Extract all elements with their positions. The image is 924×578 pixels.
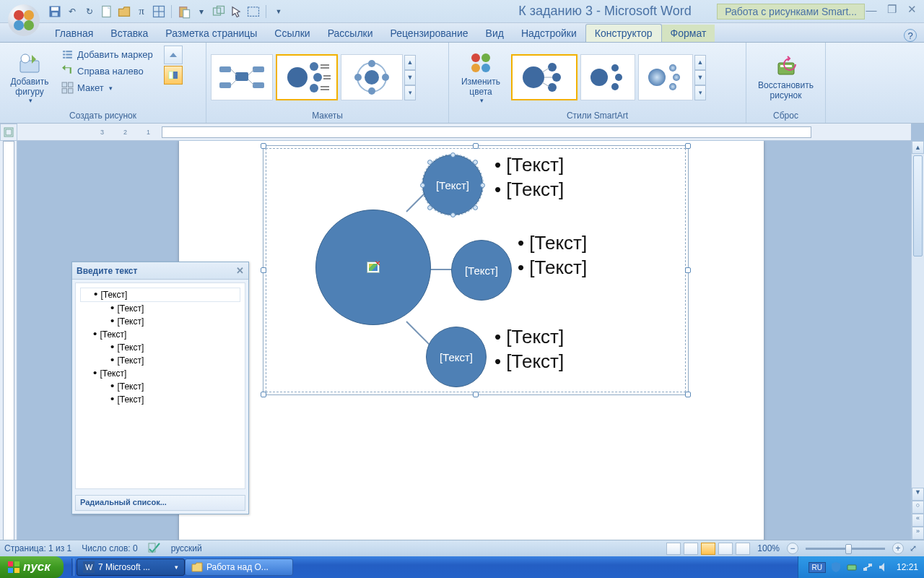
tray-volume-icon[interactable] xyxy=(878,561,889,573)
zoom-level[interactable]: 100% xyxy=(757,543,780,553)
taskbar-item-word[interactable]: W7 Microsoft ...▾ xyxy=(77,558,185,576)
zoom-slider-thumb[interactable] xyxy=(845,544,852,554)
rtl-button[interactable]: Справа налево xyxy=(58,64,157,79)
qat-group-icon[interactable] xyxy=(212,4,226,19)
text-pane-item[interactable]: [Текст] xyxy=(80,341,240,354)
text-pane-item[interactable]: [Текст] xyxy=(80,328,240,341)
tray-clock[interactable]: 12:21 xyxy=(897,562,918,572)
diagram-center-node[interactable] xyxy=(315,210,431,325)
zoom-out-button[interactable]: − xyxy=(787,543,798,554)
promote-button[interactable] xyxy=(164,46,183,64)
tab-view[interactable]: Вид xyxy=(477,25,513,42)
text-pane-item[interactable]: [Текст] xyxy=(80,380,240,393)
scroll-down-button[interactable]: ▼ xyxy=(912,488,924,501)
vertical-scrollbar[interactable]: ▲ ▼ ○ « » xyxy=(911,141,924,540)
qat-redo-icon[interactable]: ↻ xyxy=(82,4,97,19)
qat-select-icon[interactable] xyxy=(229,4,243,19)
qat-select-objects-icon[interactable] xyxy=(246,4,261,19)
tray-language[interactable]: RU xyxy=(808,562,826,573)
qat-table-icon[interactable] xyxy=(152,4,166,19)
diagram-node-2[interactable]: [Текст] xyxy=(451,240,512,301)
diagram-node-3[interactable]: [Текст] xyxy=(426,327,487,387)
change-colors-button[interactable]: Изменить цвета▾ xyxy=(453,46,508,109)
layout-option-3[interactable] xyxy=(341,54,403,100)
status-page[interactable]: Страница: 1 из 1 xyxy=(4,543,71,553)
qat-equation-icon[interactable]: π xyxy=(134,4,149,19)
view-full-screen[interactable] xyxy=(684,543,698,555)
view-outline[interactable] xyxy=(718,543,733,555)
qat-open-icon[interactable] xyxy=(117,4,131,19)
next-page-button[interactable]: » xyxy=(912,527,924,540)
diagram-bullets-2[interactable]: • [Текст]• [Текст] xyxy=(518,231,587,280)
tab-insert[interactable]: Вставка xyxy=(102,25,157,42)
layout-option-1[interactable] xyxy=(211,54,273,100)
horizontal-ruler[interactable]: 321 xyxy=(17,124,911,141)
scroll-thumb[interactable] xyxy=(913,155,923,256)
qat-paste-icon[interactable] xyxy=(177,4,191,19)
smartart-diagram[interactable]: [Текст] [Текст] [Текст] • [Текст]• [Текс… xyxy=(271,153,681,387)
styles-scroll-up[interactable]: ▲ xyxy=(694,55,706,70)
text-pane[interactable]: Введите текст ✕ [Текст][Текст][Текст][Те… xyxy=(71,262,249,514)
tab-mailings[interactable]: Рассылки xyxy=(319,25,382,42)
layouts-scroll-down[interactable]: ▼ xyxy=(404,70,416,85)
text-pane-header[interactable]: Введите текст ✕ xyxy=(72,262,248,280)
tab-home[interactable]: Главная xyxy=(46,25,102,42)
text-pane-item[interactable]: [Текст] xyxy=(80,302,240,315)
text-pane-item[interactable]: [Текст] xyxy=(80,393,240,406)
view-print-layout[interactable] xyxy=(666,543,681,555)
tray-removable-icon[interactable] xyxy=(846,561,858,573)
tab-format[interactable]: Формат xyxy=(662,25,715,42)
vertical-ruler[interactable] xyxy=(0,141,17,540)
start-button[interactable]: пуск xyxy=(0,556,64,578)
styles-scroll-down[interactable]: ▼ xyxy=(694,70,706,85)
image-placeholder-icon[interactable] xyxy=(367,262,380,273)
browse-object-button[interactable]: ○ xyxy=(912,501,924,514)
zoom-fit-button[interactable]: ⤢ xyxy=(907,543,920,553)
tab-page-layout[interactable]: Разметка страницы xyxy=(157,25,266,42)
add-bullet-button[interactable]: Добавить маркер xyxy=(58,47,157,62)
text-pane-body[interactable]: [Текст][Текст][Текст][Текст][Текст][Текс… xyxy=(75,282,245,489)
layout-option-2[interactable] xyxy=(276,54,338,100)
view-web-layout[interactable] xyxy=(701,543,715,555)
restore-button[interactable]: ❐ xyxy=(884,3,899,16)
styles-more[interactable]: ▾ xyxy=(694,85,706,100)
diagram-bullets-3[interactable]: • [Текст]• [Текст] xyxy=(494,325,564,374)
qat-customize-icon[interactable]: ▼ xyxy=(271,4,286,19)
diagram-bullets-1[interactable]: • [Текст]• [Текст] xyxy=(494,153,564,202)
help-button[interactable]: ? xyxy=(904,29,917,42)
text-pane-close-icon[interactable]: ✕ xyxy=(236,265,244,276)
text-pane-footer[interactable]: Радиальный список... xyxy=(75,495,245,511)
text-pane-item[interactable]: [Текст] xyxy=(80,315,240,328)
tab-review[interactable]: Рецензирование xyxy=(382,25,477,42)
view-draft[interactable] xyxy=(736,543,750,555)
text-pane-item[interactable]: [Текст] xyxy=(80,288,240,302)
status-language[interactable]: русский xyxy=(171,543,202,553)
tab-design[interactable]: Конструктор xyxy=(585,24,662,42)
office-button[interactable] xyxy=(6,3,42,38)
reset-graphic-button[interactable]: Восстановить рисунок xyxy=(751,46,821,109)
tray-network-icon[interactable] xyxy=(862,561,873,573)
zoom-slider[interactable] xyxy=(806,548,885,550)
diagram-node-1[interactable]: [Текст] xyxy=(422,155,483,215)
smartart-frame[interactable]: [Текст] [Текст] [Текст] • [Текст]• [Текс… xyxy=(263,145,689,395)
tab-references[interactable]: Ссылки xyxy=(266,25,318,42)
style-option-3[interactable] xyxy=(638,54,693,100)
text-pane-toggle[interactable] xyxy=(164,66,183,85)
prev-page-button[interactable]: « xyxy=(912,514,924,527)
qat-undo-icon[interactable]: ↶ xyxy=(65,4,79,19)
close-button[interactable]: ✕ xyxy=(904,3,920,16)
layouts-more[interactable]: ▾ xyxy=(404,85,416,100)
minimize-button[interactable]: — xyxy=(863,3,879,16)
qat-new-icon[interactable] xyxy=(100,4,114,19)
scroll-up-button[interactable]: ▲ xyxy=(912,141,924,154)
status-word-count[interactable]: Число слов: 0 xyxy=(82,543,137,553)
style-option-2[interactable] xyxy=(580,54,635,100)
text-pane-item[interactable]: [Текст] xyxy=(80,367,240,380)
status-proofing-icon[interactable] xyxy=(148,542,161,556)
qat-paste-special-icon[interactable]: ▾ xyxy=(194,4,209,19)
ruler-corner[interactable] xyxy=(0,124,17,141)
tray-shield-icon[interactable] xyxy=(830,561,842,573)
style-option-1[interactable] xyxy=(511,54,578,100)
add-shape-button[interactable]: Добавить фигуру▾ xyxy=(4,46,55,109)
zoom-in-button[interactable]: + xyxy=(892,543,904,554)
